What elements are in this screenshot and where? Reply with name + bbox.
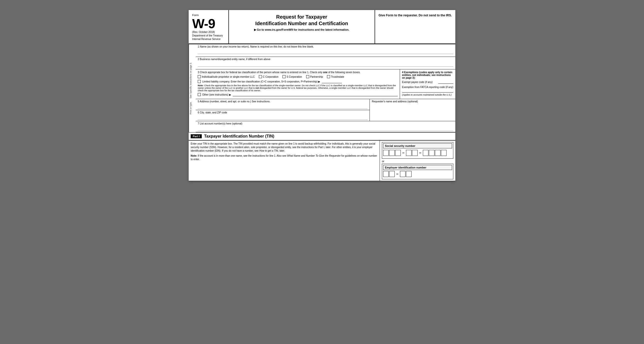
ssn-cell-3[interactable] (395, 150, 401, 156)
address-left: 5 Address (number, street, and apt. or s… (196, 99, 370, 121)
ein-dash: – (396, 172, 399, 176)
ssn-cell-2[interactable] (389, 150, 395, 156)
llc-row: Limited liability company. Enter the tax… (198, 80, 398, 83)
ssn-group-1 (383, 150, 401, 156)
section3-box: 3 Check appropriate box for federal tax … (196, 69, 455, 99)
ssn-cell-6[interactable] (423, 150, 428, 156)
ssn-section: Social security number – (382, 142, 453, 159)
field3-bold: one (323, 71, 328, 74)
ssn-group-2 (406, 150, 418, 156)
field1-row: 1 Name (as shown on your income tax retu… (196, 44, 455, 57)
checkbox-c-corp[interactable]: C Corporation (259, 75, 278, 78)
checkbox-partnership[interactable]: Partnership (306, 75, 323, 78)
ssn-dash-2: – (419, 151, 422, 155)
ssn-cell-4[interactable] (406, 150, 412, 156)
fields-section: Print or type. See Specific Instructions… (189, 44, 455, 133)
other-label: Other (see instructions) ▶ (202, 93, 231, 96)
checkbox-individual-label: Individual/sole proprietor or single-mem… (202, 75, 255, 78)
field4-label: 4 Exemptions (codes apply only to certai… (402, 71, 453, 79)
ssn-cell-1[interactable] (383, 150, 389, 156)
address-section: 5 Address (number, street, and apt. or s… (196, 99, 455, 121)
header-right: Give Form to the requester. Do not send … (375, 10, 455, 44)
note-section: Note: Check the appropriate box in the l… (198, 84, 398, 92)
ein-section: Employer identification number – (382, 164, 453, 179)
llc-label: Limited liability company. Enter the tax… (202, 80, 320, 83)
field5-row: 5 Address (number, street, and apt. or s… (196, 99, 370, 110)
checkbox-s-corp-box[interactable] (283, 75, 286, 78)
other-row: Other (see instructions) ▶ (198, 93, 398, 96)
checkbox-other-box[interactable] (198, 93, 201, 96)
checkbox-row-1: Individual/sole proprietor or single-mem… (198, 75, 398, 78)
part-i-note: Note: If the account is in more than one… (191, 154, 378, 161)
requester-label: Requester's name and address (optional) (372, 100, 418, 103)
header-left: Form W-9 (Rev. October 2018) Department … (189, 10, 229, 44)
field3-label2: of the following seven boxes. (328, 71, 360, 74)
exempt-code-input[interactable] (438, 80, 453, 84)
field2-label: 2 Business name/disregarded entity name,… (198, 58, 453, 61)
ein-cell-3[interactable] (400, 171, 406, 177)
ssn-cell-5[interactable] (412, 150, 418, 156)
checkbox-s-corp-label: S Corporation (287, 75, 302, 78)
ssn-cell-7[interactable] (429, 150, 434, 156)
part-i-label: Part I (191, 134, 202, 138)
ssn-label: Social security number (383, 143, 452, 148)
main-content: 1 Name (as shown on your income tax retu… (196, 44, 455, 132)
part-i-header-row: Part I Taxpayer Identification Number (T… (189, 133, 455, 141)
or-text: or (382, 160, 453, 163)
note-label: Note: (198, 84, 204, 87)
part-i-left: Enter your TIN in the appropriate box. T… (189, 141, 380, 181)
ein-cell-4[interactable] (406, 171, 412, 177)
checkbox-llc-box[interactable] (198, 80, 201, 83)
field1-input[interactable] (198, 50, 453, 54)
field7-row: 7 List account number(s) here (optional) (196, 121, 455, 132)
ein-group-2 (400, 171, 412, 177)
field6-row: 6 City, state, and ZIP code (196, 110, 370, 121)
fatca-input[interactable] (402, 89, 453, 93)
checkbox-partnership-label: Partnership (310, 75, 323, 78)
ein-group-1 (383, 171, 395, 177)
ein-cell-1[interactable] (383, 171, 389, 177)
llc-input[interactable] (322, 80, 342, 83)
form-header: Form W-9 (Rev. October 2018) Department … (189, 10, 455, 44)
part-i-section: Part I Taxpayer Identification Number (T… (189, 133, 455, 181)
ssn-boxes: – – (383, 150, 452, 156)
ssn-group-3 (423, 150, 447, 156)
ein-cell-2[interactable] (389, 171, 395, 177)
checkbox-partnership-box[interactable] (306, 75, 309, 78)
field7-input[interactable] (198, 127, 453, 131)
checkbox-trust[interactable]: Trust/estate (327, 75, 344, 78)
section3-header: 3 Check appropriate box for federal tax … (198, 71, 398, 74)
exempt-code-row: Exempt payee code (if any) (402, 80, 453, 84)
ssn-cell-9[interactable] (441, 150, 447, 156)
checkbox-individual-box[interactable] (198, 75, 201, 78)
part-i-text1: Enter your TIN in the appropriate box. T… (191, 142, 378, 153)
field7-label: 7 List account number(s) here (optional) (198, 122, 242, 125)
field5-input[interactable] (198, 105, 368, 109)
exempt-payee-label: Exempt payee code (if any) (402, 81, 433, 83)
checkbox-c-corp-box[interactable] (259, 75, 262, 78)
form-number: W-9 (192, 17, 225, 30)
form-dept: Department of the Treasury Internal Reve… (192, 34, 225, 41)
section3-left: 3 Check appropriate box for federal tax … (196, 69, 400, 99)
ssn-dash-1: – (402, 151, 405, 155)
part-i-content: Enter your TIN in the appropriate box. T… (189, 141, 455, 181)
field6-input[interactable] (198, 116, 368, 120)
part-i-title: Taxpayer Identification Number (TIN) (204, 134, 274, 139)
checkbox-c-corp-label: C Corporation (263, 75, 278, 78)
checkbox-s-corp[interactable]: S Corporation (283, 75, 302, 78)
ein-boxes: – (383, 171, 452, 177)
checkbox-trust-box[interactable] (327, 75, 330, 78)
requester-section: Requester's name and address (optional) (370, 99, 455, 121)
field5-label: 5 Address (number, street, and apt. or s… (198, 100, 270, 103)
field3-label: 3 Check appropriate box for federal tax … (198, 71, 322, 74)
checkbox-individual[interactable]: Individual/sole proprietor or single-mem… (198, 75, 255, 78)
section4-right: 4 Exemptions (codes apply only to certai… (400, 69, 455, 99)
note-not: not (255, 87, 259, 89)
fatca-label: Exemption from FATCA reporting code (if … (402, 86, 453, 89)
field2-input[interactable] (198, 63, 453, 67)
side-label: Print or type. See Specific Instructions… (189, 44, 196, 132)
applies-text: (Applies to accounts maintained outside … (402, 94, 453, 96)
other-input[interactable] (233, 93, 398, 96)
ssn-cell-8[interactable] (435, 150, 440, 156)
ein-label: Employer identification number (383, 165, 452, 170)
